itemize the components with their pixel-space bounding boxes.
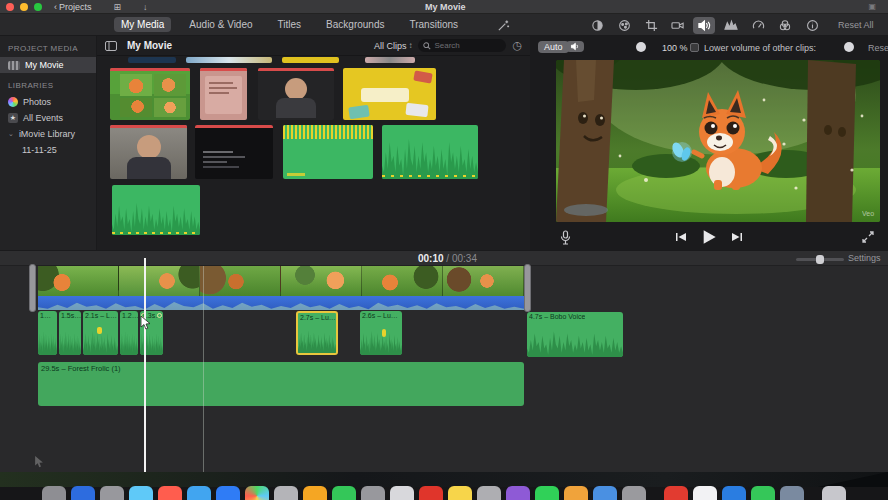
- tab-backgrounds[interactable]: Backgrounds: [319, 17, 391, 32]
- dock-app-icon[interactable]: [245, 486, 269, 500]
- mute-button[interactable]: [566, 41, 584, 52]
- enhance-wand-icon[interactable]: [492, 17, 514, 34]
- fullscreen-icon[interactable]: [862, 231, 874, 243]
- background-music-clip[interactable]: 29.5s – Forest Frolic (1): [38, 362, 524, 406]
- dock-app-icon[interactable]: [187, 486, 211, 500]
- dock-app-icon[interactable]: [390, 486, 414, 500]
- dock-trash-icon[interactable]: [822, 486, 846, 500]
- search-input[interactable]: [434, 41, 494, 50]
- dock-app-icon[interactable]: [216, 486, 240, 500]
- sidebar-item-library-date[interactable]: 11-11-25: [0, 142, 96, 158]
- skip-forward-button[interactable]: [731, 231, 743, 243]
- speed-icon[interactable]: [747, 17, 769, 34]
- playhead[interactable]: [144, 258, 146, 472]
- download-icon[interactable]: ↓: [143, 2, 148, 12]
- timeline-zoom-knob[interactable]: [816, 255, 824, 264]
- sidebar-item-photos[interactable]: Photos: [0, 94, 96, 110]
- video-clip-filmstrip[interactable]: [38, 266, 524, 296]
- zoom-window-button[interactable]: [34, 3, 42, 11]
- tab-transitions[interactable]: Transitions: [402, 17, 465, 32]
- clip-filter-dropdown[interactable]: All Clips ↕: [374, 41, 413, 51]
- media-thumbnail[interactable]: [195, 125, 273, 179]
- dock-app-icon[interactable]: [100, 486, 124, 500]
- crop-icon[interactable]: [640, 17, 662, 34]
- dock-app-icon[interactable]: [564, 486, 588, 500]
- dock-app-icon[interactable]: [303, 486, 327, 500]
- dock-app-icon[interactable]: [129, 486, 153, 500]
- dock-app-icon[interactable]: [332, 486, 356, 500]
- window-mode-icon[interactable]: ▣: [868, 2, 876, 11]
- trim-handle-left[interactable]: [29, 264, 36, 312]
- volume-icon[interactable]: [693, 17, 715, 34]
- noise-reduction-icon[interactable]: [720, 17, 742, 34]
- dock-app-icon[interactable]: [751, 486, 775, 500]
- color-correction-icon[interactable]: [613, 17, 635, 34]
- timeline-zoom-slider[interactable]: [796, 258, 844, 261]
- reset-button[interactable]: Reset: [868, 43, 888, 53]
- audio-clip-thumbnail[interactable]: [382, 125, 478, 179]
- sidebar-item-my-movie[interactable]: My Movie: [0, 57, 96, 73]
- audio-clip-thumbnail[interactable]: [112, 185, 200, 235]
- back-to-projects-button[interactable]: ‹ Projects: [54, 2, 92, 12]
- import-media-icon[interactable]: ⊞: [114, 2, 122, 12]
- dock-app-icon[interactable]: [361, 486, 385, 500]
- fade-handle[interactable]: [157, 313, 162, 318]
- dock-app-icon[interactable]: [622, 486, 646, 500]
- media-thumbnail[interactable]: [365, 57, 415, 63]
- color-filters-icon[interactable]: [774, 17, 796, 34]
- sidebar-item-all-events[interactable]: ★ All Events: [0, 110, 96, 126]
- sidebar-toggle-icon[interactable]: [105, 41, 117, 51]
- play-button[interactable]: [701, 229, 717, 245]
- dock-app-icon[interactable]: [722, 486, 746, 500]
- audio-clip[interactable]: 2.1s – L…: [83, 311, 118, 355]
- dock-app-icon[interactable]: [593, 486, 617, 500]
- tab-audio-video[interactable]: Audio & Video: [182, 17, 259, 32]
- close-window-button[interactable]: [6, 3, 14, 11]
- trim-handle-right[interactable]: [524, 264, 531, 312]
- dock-app-icon[interactable]: [535, 486, 559, 500]
- media-thumbnail[interactable]: [200, 68, 247, 120]
- dock-app-icon[interactable]: [274, 486, 298, 500]
- dock-app-icon[interactable]: [780, 486, 804, 500]
- timeline-settings-button[interactable]: Settings: [848, 253, 881, 263]
- audio-clip[interactable]: 1…: [38, 311, 57, 355]
- search-field[interactable]: [418, 39, 506, 52]
- dock-app-icon[interactable]: [693, 486, 717, 500]
- audio-clip[interactable]: 2.6s – Lu…: [360, 311, 402, 355]
- media-thumbnail[interactable]: [343, 68, 436, 120]
- skip-back-button[interactable]: [675, 231, 687, 243]
- media-thumbnail[interactable]: [128, 57, 176, 63]
- clip-duration-icon[interactable]: ◷: [512, 39, 522, 52]
- audio-clip[interactable]: 1.5s…: [59, 311, 81, 355]
- dock-app-icon[interactable]: [448, 486, 472, 500]
- tab-my-media[interactable]: My Media: [114, 17, 171, 32]
- dock-app-icon[interactable]: [506, 486, 530, 500]
- dock-app-icon[interactable]: [664, 486, 688, 500]
- dock-app-icon[interactable]: [477, 486, 501, 500]
- sidebar-item-imovie-library[interactable]: ⌄ iMovie Library: [0, 126, 96, 142]
- media-thumbnail[interactable]: [186, 57, 272, 63]
- tab-titles[interactable]: Titles: [271, 17, 309, 32]
- color-balance-icon[interactable]: [586, 17, 608, 34]
- media-thumbnail[interactable]: [110, 125, 187, 179]
- dock-app-icon[interactable]: [158, 486, 182, 500]
- dock-app-icon[interactable]: [42, 486, 66, 500]
- audio-clip-thumbnail[interactable]: [283, 125, 373, 179]
- audio-clip[interactable]: 1.2…: [120, 311, 138, 355]
- media-thumbnail[interactable]: [110, 68, 190, 120]
- audio-clip-selected[interactable]: 2.7s – Lu…: [296, 311, 338, 355]
- video-clip-audio-strip[interactable]: [38, 296, 524, 310]
- audio-clip[interactable]: 4.7s – Bobo Voice: [527, 312, 623, 357]
- reset-all-button[interactable]: Reset All: [838, 20, 874, 30]
- media-thumbnail[interactable]: [258, 68, 334, 120]
- video-preview[interactable]: Veo: [556, 60, 880, 222]
- auto-volume-button[interactable]: Auto: [538, 41, 569, 53]
- dock-app-icon[interactable]: [419, 486, 443, 500]
- lower-volume-knob[interactable]: [844, 42, 854, 52]
- lower-volume-checkbox[interactable]: [690, 43, 699, 52]
- dock-app-icon[interactable]: [71, 486, 95, 500]
- volume-slider-knob[interactable]: [636, 42, 646, 52]
- voiceover-mic-icon[interactable]: [560, 230, 571, 245]
- stabilization-icon[interactable]: [667, 17, 689, 34]
- minimize-window-button[interactable]: [20, 3, 28, 11]
